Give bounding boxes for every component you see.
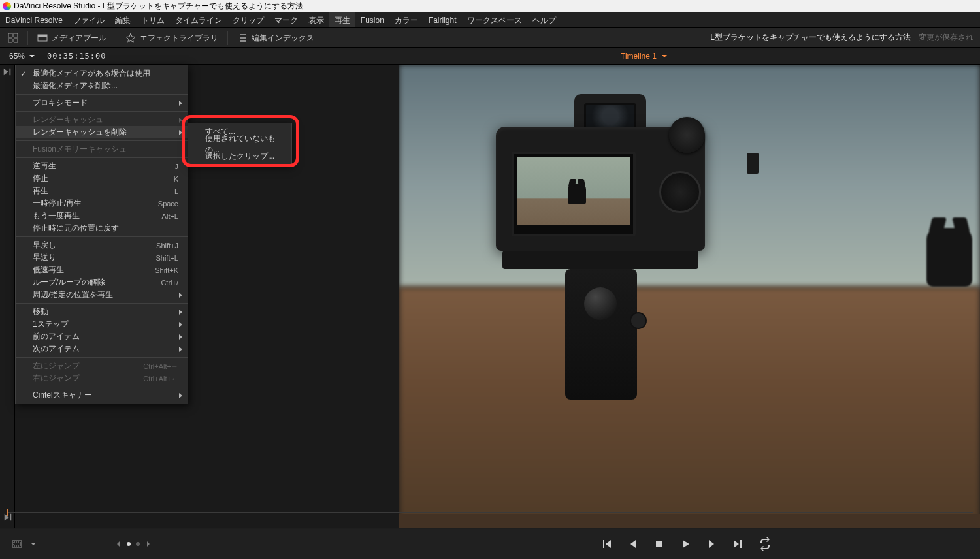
chevron-down-icon[interactable]	[30, 541, 37, 547]
menu-playback[interactable]: 再生	[329, 12, 355, 27]
svg-rect-1	[38, 35, 47, 37]
menu-item[interactable]: 次のアイテム	[16, 343, 188, 355]
menu-item-label: 1ステップ	[33, 319, 69, 330]
menu-item[interactable]: 周辺/指定の位置を再生	[16, 289, 188, 301]
viewer-image	[399, 65, 980, 528]
play-icon[interactable]	[679, 538, 691, 550]
edit-index-button[interactable]: 編集インデックス	[229, 28, 322, 48]
menu-item[interactable]: 再生L	[16, 185, 188, 197]
menu-shortcut: L	[174, 187, 178, 195]
menu-item-label: 次のアイテム	[33, 343, 80, 355]
scrub-handle[interactable]	[7, 509, 8, 516]
effects-library-button[interactable]: エフェクトライブラリ	[118, 28, 226, 48]
page-dot[interactable]	[127, 542, 131, 546]
menu-item[interactable]: 逆再生J	[16, 160, 188, 172]
menu-item-label: Cintelスキャナー	[33, 390, 92, 401]
menu-shortcut: K	[174, 175, 178, 183]
menu-item[interactable]: 早戻しShift+J	[16, 239, 188, 251]
menu-fairlight[interactable]: Fairlight	[423, 12, 462, 27]
menu-item[interactable]: もう一度再生Alt+L	[16, 210, 188, 222]
chevron-right-icon	[179, 310, 182, 315]
chevron-right-icon[interactable]	[145, 541, 152, 547]
menu-item-label: もう一度再生	[33, 210, 80, 221]
menu-item-label: 停止	[33, 173, 48, 184]
menu-item[interactable]: 前のアイテム	[16, 330, 188, 343]
submenu-item[interactable]: 選択したクリップ...	[188, 150, 291, 163]
menu-item[interactable]: ループ/ループの解除Ctrl+/	[16, 276, 188, 289]
skip-next-icon[interactable]	[3, 67, 12, 76]
menu-item-label: 最適化メディアを削除...	[33, 80, 118, 91]
chevron-right-icon	[179, 334, 182, 340]
menu-file[interactable]: ファイル	[68, 12, 110, 27]
menu-davinci-resolve[interactable]: DaVinci Resolve	[0, 12, 68, 27]
menu-item-label: 早送り	[33, 252, 56, 263]
chevron-left-icon[interactable]	[115, 541, 122, 547]
menu-item[interactable]: 1ステップ	[16, 318, 188, 330]
menu-separator	[16, 303, 188, 304]
menu-item-label: 右にジャンプ	[33, 373, 80, 384]
menu-timeline[interactable]: タイムライン	[170, 12, 227, 27]
prev-frame-icon[interactable]	[627, 538, 639, 550]
menu-separator	[16, 157, 188, 158]
menu-item[interactable]: 一時停止/再生Space	[16, 197, 188, 210]
menu-clip[interactable]: クリップ	[227, 12, 269, 27]
menu-item[interactable]: 停止時に元の位置に戻す	[16, 222, 188, 234]
next-frame-icon[interactable]	[706, 538, 717, 550]
menu-item[interactable]: 低速再生Shift+K	[16, 264, 188, 276]
menu-item: Fusionメモリーキャッシュ	[16, 143, 188, 155]
edit-index-label: 編集インデックス	[252, 28, 314, 48]
menu-item[interactable]: ✓最適化メディアがある場合は使用	[16, 67, 188, 80]
menu-item[interactable]: 早送りShift+L	[16, 251, 188, 264]
source-timecode[interactable]: 00:35:15:00	[47, 52, 106, 61]
source-gutter	[0, 65, 15, 528]
timeline-viewer[interactable]	[399, 65, 980, 528]
menu-workspace[interactable]: ワークスペース	[462, 12, 527, 27]
effects-library-label: エフェクトライブラリ	[140, 28, 218, 48]
menu-item-label: Fusionメモリーキャッシュ	[33, 144, 127, 155]
menu-fusion[interactable]: Fusion	[355, 12, 389, 27]
menu-help[interactable]: ヘルプ	[527, 12, 561, 27]
menu-item[interactable]: 停止K	[16, 172, 188, 185]
menu-item-label: 前のアイテム	[33, 331, 80, 342]
expand-icon	[8, 33, 18, 43]
viewer-scrubbar[interactable]	[7, 509, 973, 516]
submenu-item[interactable]: 使用されていないもの...	[188, 138, 291, 150]
playback-menu-dropdown: ✓最適化メディアがある場合は使用最適化メディアを削除...プロキシモードレンダー…	[15, 65, 188, 404]
menu-item-label: プロキシモード	[33, 97, 88, 108]
chevron-right-icon	[179, 322, 182, 327]
menu-item-label: レンダーキャッシュ	[33, 114, 103, 125]
expand-panel-button[interactable]	[0, 33, 26, 43]
zoom-value[interactable]: 65%	[9, 52, 25, 61]
go-to-start-icon[interactable]	[601, 538, 613, 550]
menu-item-label: 最適化メディアがある場合は使用	[33, 68, 150, 79]
menu-item[interactable]: 移動	[16, 306, 188, 318]
transport-controls	[601, 537, 772, 551]
separator	[227, 31, 228, 45]
menu-item[interactable]: Cintelスキャナー	[16, 389, 188, 402]
page-indicator[interactable]	[115, 541, 152, 547]
submenu-item-label: 選択したクリップ...	[205, 151, 274, 162]
menu-mark[interactable]: マーク	[269, 12, 303, 27]
menu-color[interactable]: カラー	[389, 12, 423, 27]
menu-trim[interactable]: トリム	[136, 12, 170, 27]
safe-area-icon[interactable]	[12, 539, 22, 549]
media-pool-icon	[37, 33, 48, 43]
check-icon: ✓	[20, 69, 27, 78]
menu-item: 左にジャンプCtrl+Alt+→	[16, 360, 188, 372]
media-pool-button[interactable]: メディアプール	[29, 28, 114, 48]
chevron-down-icon[interactable]	[29, 53, 35, 59]
menu-view[interactable]: 表示	[303, 12, 329, 27]
menu-item[interactable]: 最適化メディアを削除...	[16, 80, 188, 92]
menu-item[interactable]: レンダーキャッシュを削除	[16, 126, 188, 138]
menu-item[interactable]: プロキシモード	[16, 97, 188, 109]
loop-icon[interactable]	[758, 537, 772, 551]
menu-separator	[16, 387, 188, 387]
menu-edit[interactable]: 編集	[110, 12, 136, 27]
effects-icon	[125, 33, 136, 43]
go-to-end-icon[interactable]	[732, 538, 743, 550]
svg-rect-4	[656, 541, 662, 547]
timeline-name[interactable]: Timeline 1	[621, 52, 668, 61]
menu-shortcut: Shift+J	[156, 242, 178, 249]
stop-icon[interactable]	[653, 538, 665, 550]
page-dot[interactable]	[136, 542, 140, 546]
